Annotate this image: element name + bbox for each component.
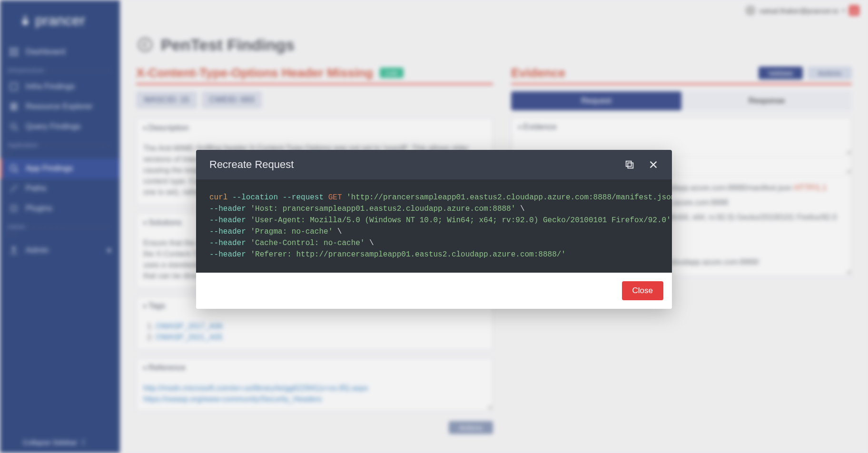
modal-footer: Close	[196, 273, 672, 309]
svg-rect-15	[628, 163, 633, 168]
close-icon[interactable]	[648, 159, 659, 170]
modal-overlay[interactable]: Recreate Request curl --location --reque…	[0, 0, 868, 453]
copy-icon[interactable]	[624, 159, 635, 170]
curl-code-block[interactable]: curl --location --request GET 'http://pr…	[196, 179, 672, 273]
modal-header: Recreate Request	[196, 150, 672, 179]
svg-rect-16	[626, 161, 631, 167]
recreate-request-modal: Recreate Request curl --location --reque…	[196, 150, 672, 309]
modal-title: Recreate Request	[209, 158, 294, 171]
close-button[interactable]: Close	[622, 281, 663, 300]
